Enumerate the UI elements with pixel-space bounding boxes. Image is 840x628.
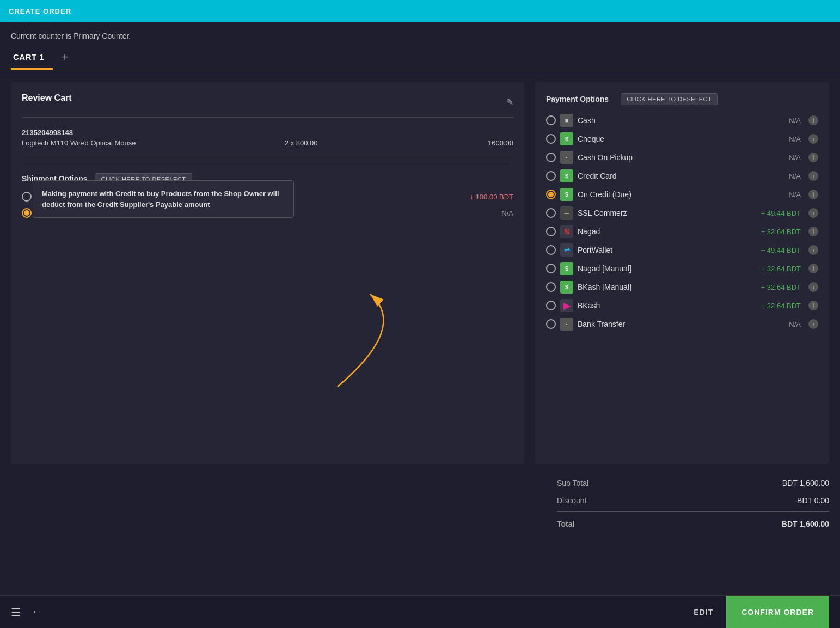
bkash-manual-info-icon[interactable]: i <box>808 282 818 292</box>
payment-radio-cash-on-pickup[interactable] <box>546 153 556 162</box>
payment-options-label: Payment Options <box>546 95 609 103</box>
discount-row: Discount -BDT 0.00 <box>557 492 829 509</box>
nagad-icon: ℕ <box>560 225 573 238</box>
cart-item-qty: 2 x 800.00 <box>285 139 339 147</box>
portwallet-icon: ⇌ <box>560 243 573 257</box>
bank-transfer-icon: ▪ <box>560 318 573 331</box>
payment-option-credit-card[interactable]: $ Credit Card N/A i <box>546 169 818 182</box>
payment-ssl-label: SSL Commerz <box>578 209 757 217</box>
cart-item-0: 2135204998148 Logitech M110 Wired Optica… <box>22 124 513 156</box>
page-title: CREATE ORDER <box>9 7 71 15</box>
payment-option-portwallet[interactable]: ⇌ PortWallet + 49.44 BDT i <box>546 243 818 257</box>
payment-option-cheque[interactable]: $ Cheque N/A i <box>546 132 818 145</box>
payment-option-nagad[interactable]: ℕ Nagad + 32.64 BDT i <box>546 225 818 238</box>
payment-radio-cash[interactable] <box>546 115 556 125</box>
bottom-left-controls: ☰ ← <box>11 606 41 619</box>
panels-row: Review Cart ✎ 2135204998148 Logitech M11… <box>0 71 840 464</box>
left-panel: Review Cart ✎ 2135204998148 Logitech M11… <box>11 82 524 464</box>
top-bar: CREATE ORDER <box>0 0 840 22</box>
summary-table: Sub Total BDT 1,600.00 Discount -BDT 0.0… <box>557 474 829 533</box>
discount-label: Discount <box>557 496 586 505</box>
back-icon[interactable]: ← <box>32 606 41 618</box>
full-content: Current counter is Primary Counter. CART… <box>0 22 840 595</box>
review-cart-header: Review Cart ✎ <box>22 93 513 118</box>
payment-nagad-value: + 32.64 BDT <box>761 228 801 236</box>
payment-radio-credit-card[interactable] <box>546 171 556 181</box>
shipment-direct-value: + 100.00 BDT <box>469 193 513 201</box>
bottom-right-controls: EDIT CONFIRM ORDER <box>680 596 829 629</box>
payment-radio-cheque[interactable] <box>546 134 556 144</box>
payment-option-cash[interactable]: ■ Cash N/A i <box>546 114 818 127</box>
payment-option-cash-on-pickup[interactable]: ▪ Cash On Pickup N/A i <box>546 151 818 164</box>
bkash-manual-icon: $ <box>560 281 573 294</box>
payment-bank-transfer-label: Bank Transfer <box>578 320 784 328</box>
cash-icon: ■ <box>560 114 573 127</box>
total-label: Total <box>557 520 574 528</box>
right-panel: Payment Options CLICK HERE TO DESELECT ■… <box>535 82 829 464</box>
bkash-icon: ▶ <box>560 299 573 312</box>
total-row: Total BDT 1,600.00 <box>557 511 829 533</box>
shipment-radio-direct[interactable] <box>22 192 32 202</box>
payment-option-ssl-commerz[interactable]: — SSL Commerz + 49.44 BDT i <box>546 206 818 220</box>
discount-value: -BDT 0.00 <box>794 496 829 505</box>
payment-option-bkash-manual[interactable]: $ BKash [Manual] + 32.64 BDT i <box>546 281 818 294</box>
credit-card-icon: $ <box>560 169 573 182</box>
payment-cash-value: N/A <box>789 117 801 125</box>
payment-cash-on-pickup-label: Cash On Pickup <box>578 153 784 162</box>
on-credit-info-icon[interactable]: i <box>808 190 818 199</box>
summary-wrapper: Sub Total BDT 1,600.00 Discount -BDT 0.0… <box>0 464 840 544</box>
cheque-info-icon[interactable]: i <box>808 134 818 144</box>
payment-bkash-value: + 32.64 BDT <box>761 302 801 310</box>
add-cart-tab[interactable]: + <box>57 46 72 71</box>
edit-button[interactable]: EDIT <box>680 596 726 629</box>
payment-radio-bkash-manual[interactable] <box>546 282 556 292</box>
payment-ssl-value: + 49.44 BDT <box>761 209 801 217</box>
payment-radio-nagad[interactable] <box>546 227 556 236</box>
cart-tab-1[interactable]: CART 1 <box>11 47 53 70</box>
review-cart-edit-icon[interactable]: ✎ <box>506 97 513 107</box>
cart-item-id: 2135204998148 <box>22 129 513 137</box>
nagad-manual-info-icon[interactable]: i <box>808 264 818 273</box>
total-value: BDT 1,600.00 <box>782 520 829 528</box>
payment-bkash-manual-value: + 32.64 BDT <box>761 283 801 291</box>
bank-transfer-info-icon[interactable]: i <box>808 319 818 329</box>
nagad-manual-icon: $ <box>560 262 573 275</box>
payment-radio-bank-transfer[interactable] <box>546 319 556 329</box>
payment-option-on-credit[interactable]: $ On Credit (Due) N/A i <box>546 188 818 201</box>
payment-radio-portwallet[interactable] <box>546 245 556 255</box>
confirm-order-button[interactable]: CONFIRM ORDER <box>726 596 829 629</box>
payment-bkash-manual-label: BKash [Manual] <box>578 283 757 291</box>
cash-info-icon[interactable]: i <box>808 115 818 125</box>
payment-option-bank-transfer[interactable]: ▪ Bank Transfer N/A i <box>546 318 818 331</box>
payment-deselect-btn[interactable]: CLICK HERE TO DESELECT <box>621 93 718 105</box>
subtotal-row: Sub Total BDT 1,600.00 <box>557 474 829 492</box>
payment-option-nagad-manual[interactable]: $ Nagad [Manual] + 32.64 BDT i <box>546 262 818 275</box>
payment-radio-on-credit[interactable] <box>546 190 556 199</box>
cart-item-name: Logitech M110 Wired Optical Mouse <box>22 139 136 147</box>
payment-bkash-label: BKash <box>578 301 757 310</box>
credit-card-info-icon[interactable]: i <box>808 171 818 181</box>
payment-radio-nagad-manual[interactable] <box>546 264 556 273</box>
ssl-icon: — <box>560 206 573 220</box>
payment-option-bkash[interactable]: ▶ BKash + 32.64 BDT i <box>546 299 818 312</box>
ssl-info-icon[interactable]: i <box>808 208 818 218</box>
payment-on-credit-label: On Credit (Due) <box>578 190 784 199</box>
payment-cheque-value: N/A <box>789 135 801 143</box>
payment-radio-bkash[interactable] <box>546 301 556 310</box>
cash-on-pickup-info-icon[interactable]: i <box>808 153 818 162</box>
hamburger-icon[interactable]: ☰ <box>11 606 21 619</box>
on-credit-icon: $ <box>560 188 573 201</box>
payment-nagad-label: Nagad <box>578 227 757 236</box>
portwallet-info-icon[interactable]: i <box>808 245 818 255</box>
cart-tabs: CART 1 + <box>0 46 840 71</box>
counter-info: Current counter is Primary Counter. <box>0 22 840 46</box>
bkash-info-icon[interactable]: i <box>808 301 818 310</box>
nagad-info-icon[interactable]: i <box>808 227 818 236</box>
shipment-radio-instorepickup[interactable] <box>22 208 32 218</box>
payment-cash-label: Cash <box>578 116 784 125</box>
payment-radio-ssl[interactable] <box>546 208 556 218</box>
shipment-instorepickup-value: N/A <box>501 209 513 217</box>
divider <box>22 162 513 162</box>
cart-item-detail-row: Logitech M110 Wired Optical Mouse 2 x 80… <box>22 139 513 147</box>
credit-note-box: Making payment with Credit to buy Produc… <box>33 180 294 218</box>
